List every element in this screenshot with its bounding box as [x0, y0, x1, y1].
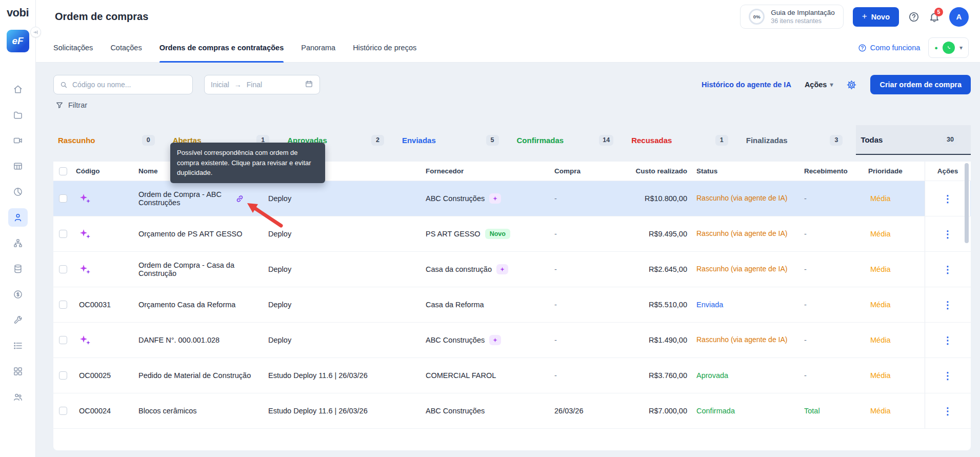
date-range-input[interactable]: Inicial → Final: [204, 75, 320, 94]
grid-icon: [13, 366, 23, 376]
priority: Média: [868, 371, 925, 380]
sidebar-expand-button[interactable]: [30, 27, 41, 37]
create-purchase-order-button[interactable]: Criar ordem de compra: [870, 75, 971, 94]
status-tab-todas[interactable]: Todas30: [856, 125, 971, 155]
table-row[interactable]: OC00031 Orçamento Casa da Reforma Deploy…: [53, 287, 971, 323]
row-checkbox[interactable]: [59, 194, 67, 203]
tab-solicitacoes[interactable]: Solicitações: [53, 33, 93, 62]
table-row[interactable]: Orçamento de PS ART GESSO Deploy PS ART …: [53, 216, 971, 252]
row-actions-button[interactable]: ⋮: [943, 371, 953, 381]
tab-ordens-de-compras[interactable]: Ordens de compras e contratações: [159, 33, 284, 62]
ai-supplier-badge: [489, 193, 501, 204]
select-all-checkbox[interactable]: [59, 167, 67, 175]
search-icon: [59, 81, 68, 89]
sidebar-item-tools[interactable]: [8, 311, 28, 329]
row-actions-button[interactable]: ⋮: [943, 229, 953, 239]
how-it-works-link[interactable]: Como funciona: [858, 44, 921, 52]
column-header-recebimento: Recebimento: [804, 167, 868, 175]
whatsapp-status-widget[interactable]: ● ▾: [928, 37, 969, 58]
sidebar-item-budget[interactable]: [8, 157, 28, 175]
new-button[interactable]: + Novo: [853, 7, 899, 27]
table-row[interactable]: OC00024 Blocos cerâmicos Estudo Deploy 1…: [53, 393, 971, 429]
row-checkbox[interactable]: [59, 336, 67, 344]
sidebar-item-media[interactable]: [8, 131, 28, 150]
settings-button[interactable]: [846, 80, 857, 90]
table-row[interactable]: OC00025 Pedido de Material de Construção…: [53, 358, 971, 393]
sidebar-item-list[interactable]: [8, 336, 28, 355]
row-checkbox[interactable]: [59, 371, 67, 380]
notifications-button[interactable]: 5: [929, 11, 940, 23]
status-tab-confirmadas[interactable]: Confirmadas14: [512, 125, 627, 155]
realized-cost: R$5.510,00: [621, 301, 696, 309]
tab-panorama[interactable]: Panorama: [301, 33, 335, 62]
guide-title: Guia de Implantação: [771, 9, 835, 16]
actions-dropdown[interactable]: Ações ▾: [805, 81, 833, 89]
ai-supplier-badge: [496, 264, 508, 274]
sidebar-item-field-management[interactable]: [8, 208, 28, 227]
sidebar-item-hierarchy[interactable]: [8, 234, 28, 252]
sidebar-item-reports[interactable]: [8, 183, 28, 201]
sidebar-item-financial[interactable]: [8, 285, 28, 304]
user-avatar[interactable]: A: [949, 7, 969, 27]
receipt: -: [804, 371, 868, 380]
row-actions-button[interactable]: ⋮: [943, 194, 953, 204]
order-name: Ordem de Compra - Casa da Construção: [138, 261, 261, 277]
status: Enviada: [696, 301, 804, 309]
ai-sparkle-icon: [79, 192, 91, 205]
sidebar-item-storage[interactable]: [8, 260, 28, 278]
workspace-avatar[interactable]: eF: [7, 30, 29, 52]
purchase-date: 26/03/26: [554, 407, 621, 415]
chevron-down-icon: ▾: [959, 44, 963, 51]
tab-cotacoes[interactable]: Cotações: [110, 33, 142, 62]
supplier: PS ART GESSO: [426, 230, 481, 238]
order-name: Blocos cerâmicos: [138, 407, 197, 415]
filter-button[interactable]: Filtrar: [55, 101, 87, 109]
wrench-icon: [13, 315, 23, 325]
implementation-guide-widget[interactable]: 0% Guia de Implantação 36 itens restante…: [740, 5, 844, 29]
row-actions-button[interactable]: ⋮: [943, 300, 953, 310]
row-checkbox[interactable]: [59, 301, 67, 309]
status-tab-finalizadas[interactable]: Finalizadas3: [742, 125, 856, 155]
table-row[interactable]: Ordem de Compra - ABC Construções Deploy…: [53, 181, 971, 216]
count-badge: 0: [142, 135, 155, 146]
row-actions-button[interactable]: ⋮: [943, 406, 953, 416]
count-badge: 3: [830, 135, 843, 146]
status-tab-enviadas[interactable]: Enviadas5: [397, 125, 512, 155]
table-row[interactable]: Ordem de Compra - Casa da Construção Dep…: [53, 252, 971, 287]
realized-cost: R$10.800,00: [621, 194, 696, 203]
row-actions-button[interactable]: ⋮: [943, 265, 953, 274]
sidebar-item-apps[interactable]: [8, 362, 28, 381]
supplier: COMERCIAL FAROL: [426, 371, 496, 380]
row-checkbox[interactable]: [59, 407, 67, 415]
guide-subtitle: 36 itens restantes: [771, 17, 835, 25]
order-name: Ordem de Compra - ABC Construções: [138, 190, 230, 207]
project: Estudo Deploy 11.6 | 26/03/26: [268, 407, 426, 415]
sidebar-item-team[interactable]: [8, 388, 28, 406]
table-row[interactable]: DANFE N°. 000.001.028 Deploy ABC Constru…: [53, 323, 971, 358]
expand-arrow-icon: [33, 29, 39, 35]
tab-historico-de-precos[interactable]: Histórico de preços: [353, 33, 416, 62]
row-actions-button[interactable]: ⋮: [943, 335, 953, 345]
priority: Média: [868, 336, 925, 344]
status-tab-rascunho[interactable]: Rascunho0: [53, 125, 168, 155]
receipt: -: [804, 265, 868, 273]
ai-agent-history-link[interactable]: Histórico do agente de IA: [702, 81, 791, 89]
help-button[interactable]: [908, 11, 919, 23]
sidebar-item-home[interactable]: [8, 80, 28, 98]
pie-chart-icon: [13, 187, 23, 197]
row-checkbox[interactable]: [59, 265, 67, 273]
receipt: Total: [804, 407, 868, 415]
status-tab-recusadas[interactable]: Recusadas1: [627, 125, 742, 155]
receipt: -: [804, 301, 868, 309]
status: Aprovada: [696, 371, 804, 380]
order-name: Pedido de Material de Construção: [138, 371, 251, 380]
create-button-label: Criar ordem de compra: [879, 81, 962, 89]
row-checkbox[interactable]: [59, 230, 67, 238]
sidebar-item-projects[interactable]: [8, 106, 28, 124]
supplier: Casa da construção: [426, 265, 492, 273]
search-input[interactable]: [72, 81, 187, 89]
duplicate-link-icon[interactable]: [235, 194, 245, 204]
calendar-icon: [305, 80, 313, 88]
online-status-dot: ●: [934, 45, 938, 51]
table-scrollbar-thumb[interactable]: [965, 163, 969, 243]
